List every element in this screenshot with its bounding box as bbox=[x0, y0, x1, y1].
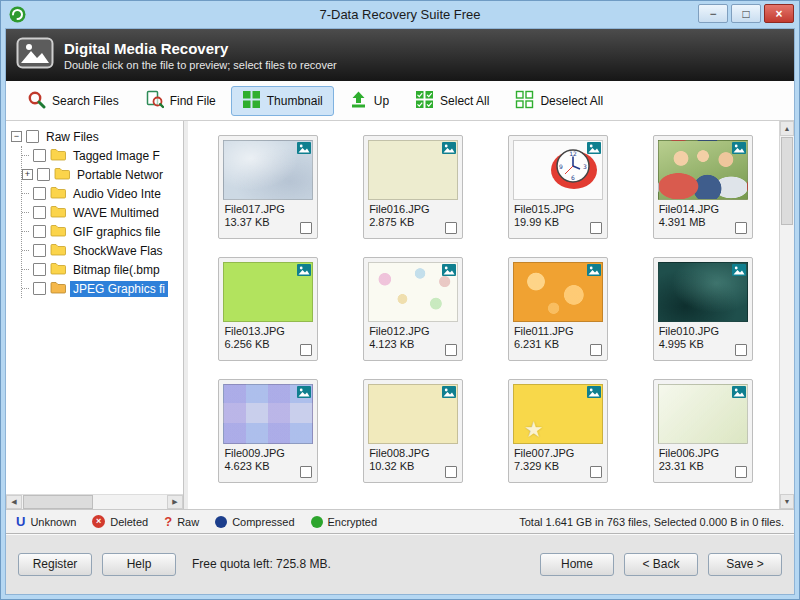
file-thumbnail[interactable] bbox=[223, 262, 313, 322]
file-thumbnail[interactable] bbox=[368, 262, 458, 322]
title-bar[interactable]: 7-Data Recovery Suite Free − □ × bbox=[1, 1, 799, 28]
tree-item-raw-files[interactable]: − Raw Files bbox=[11, 127, 183, 146]
file-thumbnail[interactable]: ★ bbox=[513, 384, 603, 444]
tree-checkbox[interactable] bbox=[26, 130, 39, 143]
horizontal-scroll-thumb[interactable] bbox=[23, 495, 93, 509]
legend-raw-label: Raw bbox=[177, 516, 199, 528]
file-checkbox[interactable] bbox=[735, 222, 747, 234]
thumbnail-button[interactable]: Thumbnail bbox=[231, 86, 334, 116]
vertical-scroll-thumb[interactable] bbox=[781, 137, 793, 225]
tree-checkbox[interactable] bbox=[33, 225, 46, 238]
find-file-button[interactable]: Find File bbox=[134, 86, 227, 116]
maximize-button[interactable]: □ bbox=[731, 4, 761, 23]
legend-compressed: Compressed bbox=[215, 516, 294, 528]
file-name: File011.JPG bbox=[514, 325, 607, 337]
file-checkbox[interactable] bbox=[300, 466, 312, 478]
deselect-all-button[interactable]: Deselect All bbox=[504, 86, 614, 116]
back-button[interactable]: < Back bbox=[624, 553, 698, 576]
image-type-badge-icon bbox=[587, 386, 601, 398]
file-thumbnail[interactable] bbox=[223, 384, 313, 444]
tree-item-audio-video[interactable]: Audio Video Inte bbox=[22, 184, 183, 203]
file-card[interactable]: File010.JPG 4.995 KB bbox=[653, 257, 753, 361]
image-type-badge-icon bbox=[297, 264, 311, 276]
tree-item-bitmap[interactable]: Bitmap file(.bmp bbox=[22, 260, 183, 279]
tree-checkbox[interactable] bbox=[33, 149, 46, 162]
file-card[interactable]: File017.JPG 13.37 KB bbox=[218, 135, 318, 239]
tree-checkbox[interactable] bbox=[37, 168, 50, 181]
help-button[interactable]: Help bbox=[102, 553, 176, 576]
legend-encrypted-label: Encrypted bbox=[328, 516, 378, 528]
file-checkbox[interactable] bbox=[445, 344, 457, 356]
file-thumbnail[interactable] bbox=[223, 140, 313, 200]
file-thumbnail[interactable] bbox=[658, 140, 748, 200]
horizontal-scrollbar[interactable]: ◀ ▶ bbox=[6, 494, 183, 509]
folder-icon bbox=[50, 243, 66, 259]
file-checkbox[interactable] bbox=[590, 466, 602, 478]
file-card[interactable]: File009.JPG 4.623 KB bbox=[218, 379, 318, 483]
vertical-scroll-track[interactable] bbox=[780, 136, 794, 494]
file-thumbnail[interactable] bbox=[368, 140, 458, 200]
scroll-right-icon[interactable]: ▶ bbox=[167, 495, 183, 509]
tree-item-tagged-image[interactable]: Tagged Image F bbox=[22, 146, 183, 165]
find-file-icon bbox=[145, 90, 164, 112]
tree-checkbox[interactable] bbox=[33, 187, 46, 200]
home-button[interactable]: Home bbox=[540, 553, 614, 576]
tree-checkbox[interactable] bbox=[33, 263, 46, 276]
file-checkbox[interactable] bbox=[735, 466, 747, 478]
file-thumbnail[interactable] bbox=[658, 262, 748, 322]
file-checkbox[interactable] bbox=[445, 466, 457, 478]
file-card[interactable]: File012.JPG 4.123 KB bbox=[363, 257, 463, 361]
file-grid: File017.JPG 13.37 KB File016.JPG 2.875 K… bbox=[188, 121, 779, 509]
file-checkbox[interactable] bbox=[735, 344, 747, 356]
tree-item-gif[interactable]: GIF graphics file bbox=[22, 222, 183, 241]
tree-checkbox[interactable] bbox=[33, 282, 46, 295]
file-thumbnail[interactable]: 12369 bbox=[513, 140, 603, 200]
search-files-button[interactable]: Search Files bbox=[16, 86, 130, 116]
register-button[interactable]: Register bbox=[18, 553, 92, 576]
legend-raw: ? Raw bbox=[164, 514, 199, 529]
file-card[interactable]: File013.JPG 6.256 KB bbox=[218, 257, 318, 361]
file-checkbox[interactable] bbox=[300, 222, 312, 234]
tree-item-jpeg[interactable]: JPEG Graphics fi bbox=[22, 279, 183, 298]
legend-encrypted: Encrypted bbox=[311, 516, 378, 528]
tree-item-shockwave[interactable]: ShockWave Flas bbox=[22, 241, 183, 260]
minimize-button[interactable]: − bbox=[698, 4, 728, 23]
vertical-scrollbar[interactable]: ▲ ▼ bbox=[779, 121, 794, 509]
file-card[interactable]: File008.JPG 10.32 KB bbox=[363, 379, 463, 483]
tree-checkbox[interactable] bbox=[33, 206, 46, 219]
tree-item-wave[interactable]: WAVE Multimed bbox=[22, 203, 183, 222]
scroll-left-icon[interactable]: ◀ bbox=[6, 495, 22, 509]
image-type-badge-icon bbox=[587, 142, 601, 154]
legend-compressed-label: Compressed bbox=[232, 516, 294, 528]
file-checkbox[interactable] bbox=[445, 222, 457, 234]
free-quota-text: Free quota left: 725.8 MB. bbox=[192, 557, 331, 571]
page-subtitle: Double click on the file to preview; sel… bbox=[64, 58, 337, 72]
scroll-up-icon[interactable]: ▲ bbox=[780, 121, 794, 136]
file-checkbox[interactable] bbox=[590, 222, 602, 234]
save-button[interactable]: Save > bbox=[708, 553, 782, 576]
scroll-down-icon[interactable]: ▼ bbox=[780, 494, 794, 509]
file-thumbnail[interactable] bbox=[368, 384, 458, 444]
collapse-icon[interactable]: − bbox=[11, 131, 22, 142]
file-thumbnail[interactable] bbox=[658, 384, 748, 444]
tree-item-portable-network[interactable]: + Portable Networ bbox=[22, 165, 183, 184]
tree-children: Tagged Image F + Portable Networ bbox=[21, 146, 183, 298]
file-card[interactable]: 12369 File015.JPG 19.99 KB bbox=[508, 135, 608, 239]
file-card[interactable]: File011.JPG 6.231 KB bbox=[508, 257, 608, 361]
up-button[interactable]: Up bbox=[338, 86, 400, 116]
select-all-button[interactable]: Select All bbox=[404, 86, 500, 116]
file-card[interactable]: ★ File007.JPG 7.329 KB bbox=[508, 379, 608, 483]
file-thumbnail[interactable] bbox=[513, 262, 603, 322]
expand-icon[interactable]: + bbox=[22, 169, 33, 180]
tree-checkbox[interactable] bbox=[33, 244, 46, 257]
image-type-badge-icon bbox=[297, 142, 311, 154]
file-card[interactable]: File016.JPG 2.875 KB bbox=[363, 135, 463, 239]
close-button[interactable]: × bbox=[764, 4, 794, 23]
up-label: Up bbox=[374, 94, 389, 108]
page-title: Digital Media Recovery bbox=[64, 39, 337, 58]
file-checkbox[interactable] bbox=[590, 344, 602, 356]
file-card[interactable]: File014.JPG 4.391 MB bbox=[653, 135, 753, 239]
file-checkbox[interactable] bbox=[300, 344, 312, 356]
file-type-tree: − Raw Files Tagged Image F + bbox=[6, 121, 183, 314]
file-card[interactable]: File006.JPG 23.31 KB bbox=[653, 379, 753, 483]
